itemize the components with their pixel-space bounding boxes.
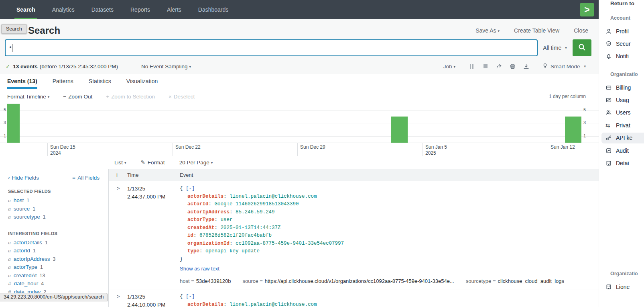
job-menu[interactable]: Job▾	[443, 63, 455, 70]
format-results-button[interactable]: ✎Format	[141, 159, 165, 166]
json-value[interactable]: 85.246.59.249	[236, 209, 275, 215]
field-item-sourcetype[interactable]: asourcetype1	[8, 213, 100, 221]
sidebar-item-users[interactable]: Users	[601, 107, 644, 118]
field-item-host[interactable]: ahost1	[8, 196, 100, 205]
json-key-actoripaddress[interactable]: actorIpAddress	[187, 209, 230, 215]
expand-row-chevron[interactable]: >	[109, 185, 127, 285]
zoom-to-selection-button[interactable]: +Zoom to Selection	[106, 94, 155, 100]
x-axis-tick	[423, 143, 423, 156]
nav-item-alerts[interactable]: Alerts	[158, 0, 190, 19]
json-key-createdat[interactable]: createdAt	[187, 225, 215, 231]
json-key-organizationid[interactable]: organizationId	[187, 241, 230, 246]
search-input[interactable]: *	[5, 39, 538, 56]
tab-patterns[interactable]: Patterns	[53, 74, 73, 89]
all-fields-link[interactable]: ≡All Fields	[72, 175, 100, 181]
collapse-json-toggle[interactable]: [-]	[186, 294, 195, 299]
hide-fields-link[interactable]: ‹Hide Fields	[8, 175, 39, 181]
x-axis-tick	[548, 143, 548, 156]
sidebar-item-notifi[interactable]: Notifi	[601, 51, 644, 62]
field-item-createdat[interactable]: acreatedAt13	[8, 272, 100, 280]
smart-mode-dropdown[interactable]: Smart Mode▾	[542, 63, 586, 70]
collapse-json-toggle[interactable]: [-]	[186, 186, 195, 191]
pause-icon[interactable]	[467, 62, 477, 70]
y-axis-tick-left: 3	[4, 120, 6, 125]
results-content: ‹Hide Fields ≡All Fields SELECTED FIELDS…	[0, 169, 599, 307]
json-key-actorid[interactable]: actorId	[187, 201, 209, 207]
nav-item-search[interactable]: Search	[8, 0, 44, 19]
event-sampling-dropdown[interactable]: No Event Sampling▾	[141, 63, 191, 70]
sidebar-item-profil[interactable]: Profil	[601, 26, 644, 37]
create-table-view-button[interactable]: Create Table View	[514, 27, 559, 34]
json-value[interactable]: cc1092aa-8775-459e-9401-33e54ec07997	[236, 241, 344, 246]
meta-key-sourcetype: sourcetype =	[466, 277, 496, 285]
json-key-actordetails[interactable]: actorDetails	[187, 194, 223, 199]
field-item-date-hour[interactable]: #date_hour4	[8, 280, 100, 288]
tab-events-13[interactable]: Events (13)	[7, 74, 37, 89]
chart-gridline	[0, 110, 599, 111]
nav-item-datasets[interactable]: Datasets	[83, 0, 122, 19]
json-value[interactable]: 678526d582c1f20fac4babfb	[199, 233, 272, 238]
per-page-dropdown[interactable]: 20 Per Page▾	[179, 160, 213, 166]
sidebar-item-privat[interactable]: ⇆Privat	[601, 120, 644, 131]
field-item-actortype[interactable]: aactorType1	[8, 263, 100, 272]
x-axis-tick	[47, 143, 48, 156]
nav-item-analytics[interactable]: Analytics	[44, 0, 83, 19]
transfer-arrows-icon: ⇆	[605, 122, 612, 129]
nav-item-dashboards[interactable]: Dashboards	[190, 0, 237, 19]
field-item-actordetails[interactable]: aactorDetails1	[8, 239, 100, 247]
json-colon: :	[230, 209, 236, 215]
list-view-dropdown[interactable]: List▾	[114, 160, 126, 166]
share-icon[interactable]	[494, 62, 504, 70]
json-value[interactable]: lionel.palacin@clickhouse.com	[230, 302, 317, 307]
caret-down-icon: ▾	[584, 64, 586, 68]
search-submit-button[interactable]	[573, 39, 591, 56]
plus-icon: +	[106, 94, 109, 100]
sidebar-item-label: Detai	[616, 160, 629, 166]
deselect-button[interactable]: ×Deselect	[169, 94, 195, 100]
sidebar-item-audit[interactable]: Audit	[601, 145, 644, 156]
json-value[interactable]: user	[221, 217, 233, 223]
field-name: actorType	[14, 264, 37, 270]
timeline-bar[interactable]	[7, 104, 20, 143]
json-value[interactable]: lionel.palacin@clickhouse.com	[230, 194, 317, 199]
sidebar-item-detai[interactable]: Detai	[601, 158, 644, 168]
json-key-actortype[interactable]: actorType	[187, 217, 215, 223]
sidebar-item-secur[interactable]: Secur	[601, 38, 644, 49]
json-value[interactable]: openapi_key_update	[205, 248, 260, 254]
show-raw-text-link[interactable]: Show as raw text	[180, 265, 599, 273]
json-value[interactable]: 2025-01-13T14:44:37Z	[221, 225, 281, 231]
json-key-id[interactable]: id	[187, 233, 193, 238]
format-timeline-dropdown[interactable]: Format Timeline▾	[7, 94, 49, 100]
json-field-line: actorType: user	[180, 216, 599, 224]
splunk-logo-icon[interactable]: >	[580, 3, 594, 16]
meta-value-host[interactable]: 53de4339120b	[196, 277, 231, 285]
json-key-actordetails[interactable]: actorDetails	[187, 302, 223, 307]
json-key-type[interactable]: type	[187, 248, 199, 254]
stop-icon[interactable]	[481, 62, 490, 70]
field-name: sourcetype	[14, 214, 40, 220]
field-item-source[interactable]: asource1	[8, 205, 100, 213]
meta-value-sourcetype[interactable]: clickhouse_cloud_audit_logs	[498, 277, 565, 285]
tab-visualization[interactable]: Visualization	[126, 74, 158, 89]
tab-statistics[interactable]: Statistics	[89, 74, 111, 89]
field-item-actoripaddress[interactable]: aactorIpAddress3	[8, 255, 100, 264]
meta-value-source[interactable]: https://api.clickhouse.cloud/v1/organiza…	[265, 277, 454, 285]
return-to-link[interactable]: Return to	[610, 0, 634, 6]
sidebar-item-billing[interactable]: Billing	[601, 82, 644, 93]
export-icon[interactable]	[522, 62, 531, 70]
field-item-actorid[interactable]: aactorId1	[8, 247, 100, 255]
sidebar-item-usag[interactable]: Usag	[601, 94, 644, 105]
timeline-bar[interactable]	[391, 117, 408, 143]
zoom-out-button[interactable]: −Zoom Out	[63, 94, 92, 100]
time-range-picker[interactable]: All time▾	[538, 39, 572, 56]
timeline-bar[interactable]	[565, 117, 581, 143]
json-value[interactable]: Google_114602629918513043390	[215, 201, 299, 207]
sidebar-item-lione[interactable]: Lione	[601, 281, 644, 292]
print-icon[interactable]	[508, 62, 518, 70]
save-as-button[interactable]: Save As▾	[475, 27, 500, 34]
close-button[interactable]: Close	[574, 27, 588, 34]
event-count-detail: (before 1/13/25 2:45:32.000 PM)	[40, 63, 118, 70]
sidebar-item-api-ke[interactable]: API ke	[601, 133, 644, 143]
nav-item-reports[interactable]: Reports	[122, 0, 158, 19]
expand-row-chevron[interactable]: >	[109, 293, 127, 307]
